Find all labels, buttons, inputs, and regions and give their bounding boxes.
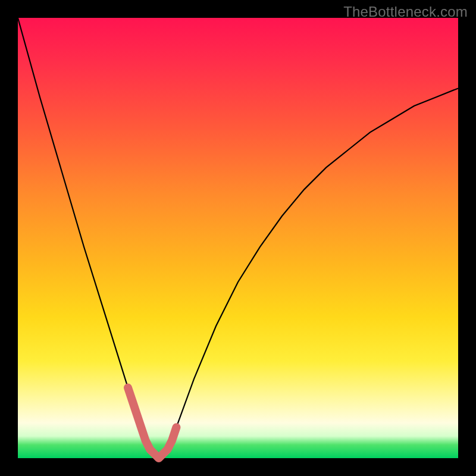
bottleneck-curve xyxy=(18,18,458,458)
plot-area xyxy=(18,18,458,458)
chart-frame: TheBottleneck.com xyxy=(0,0,476,476)
curve-layer xyxy=(18,18,458,458)
highlight-segment xyxy=(128,388,176,458)
